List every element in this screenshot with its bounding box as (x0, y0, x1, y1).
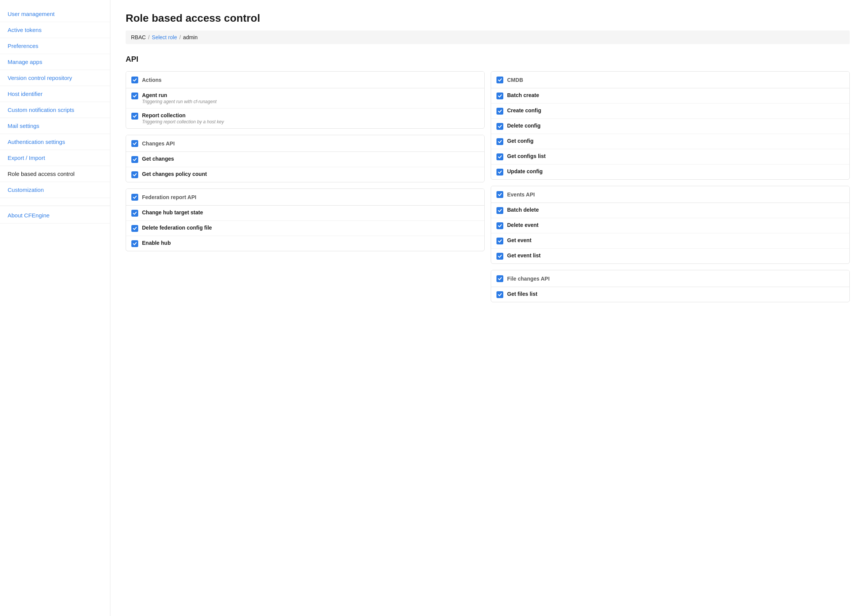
card-header-cmdb: CMDB (491, 72, 849, 88)
card-row-label-get-changes: Get changes (142, 156, 174, 162)
card-row-get-event-list: Get event list (491, 249, 849, 263)
checkbox[interactable] (131, 93, 138, 99)
sidebar-item-export-import[interactable]: Export / Import (0, 150, 110, 166)
checkbox[interactable] (496, 207, 503, 214)
sidebar-item-version-control[interactable]: Version control repository (0, 70, 110, 86)
checkbox[interactable] (496, 238, 503, 244)
card-header-file-changes-api: File changes API (491, 270, 849, 287)
card-header-label-actions: Actions (142, 77, 161, 83)
sidebar: User managementActive tokensPreferencesM… (0, 0, 110, 616)
card-header-label-federation-report-api: Federation report API (142, 194, 196, 200)
card-header-changes-api: Changes API (126, 135, 484, 152)
sidebar-item-customization[interactable]: Customization (0, 182, 110, 198)
card-row-get-files-list: Get files list (491, 287, 849, 302)
card-row-label-get-event-list: Get event list (507, 252, 541, 259)
checkbox[interactable] (496, 291, 503, 298)
card-row-text-agent-run: Agent runTriggering agent run with cf-ru… (142, 92, 217, 104)
card-row-sublabel-agent-run: Triggering agent run with cf-runagent (142, 99, 217, 104)
card-row-text-batch-create: Batch create (507, 92, 539, 98)
card-row-delete-federation-config-file: Delete federation config file (126, 221, 484, 236)
breadcrumb-admin: admin (183, 34, 198, 40)
card-row-get-changes: Get changes (126, 152, 484, 167)
card-row-label-get-changes-policy-count: Get changes policy count (142, 171, 207, 177)
card-row-label-get-configs-list: Get configs list (507, 153, 546, 159)
card-row-label-batch-delete: Batch delete (507, 207, 539, 213)
card-row-label-delete-event: Delete event (507, 222, 538, 228)
sidebar-item-host-identifier[interactable]: Host identifier (0, 86, 110, 102)
checkbox[interactable] (496, 123, 503, 130)
sidebar-item-rbac: Role based access control (0, 166, 110, 182)
card-row-text-get-changes: Get changes (142, 156, 174, 162)
checkbox[interactable] (496, 191, 503, 198)
checkbox[interactable] (496, 153, 503, 160)
card-row-text-change-hub-target-state: Change hub target state (142, 209, 203, 215)
left-column: Actions Agent runTriggering agent run wi… (126, 71, 485, 302)
sidebar-item-user-management[interactable]: User management (0, 6, 110, 22)
checkbox[interactable] (131, 194, 138, 201)
card-row-text-get-event: Get event (507, 237, 531, 243)
card-row-delete-config: Delete config (491, 119, 849, 134)
checkbox[interactable] (131, 156, 138, 163)
breadcrumb-rbac: RBAC (131, 34, 146, 40)
checkbox[interactable] (496, 108, 503, 115)
card-row-change-hub-target-state: Change hub target state (126, 206, 484, 221)
sidebar-item-mail-settings[interactable]: Mail settings (0, 118, 110, 134)
card-header-label-file-changes-api: File changes API (507, 276, 550, 282)
breadcrumb-select-role[interactable]: Select role (152, 34, 177, 40)
checkbox[interactable] (496, 138, 503, 145)
sidebar-item-active-tokens[interactable]: Active tokens (0, 22, 110, 38)
card-row-delete-event: Delete event (491, 218, 849, 233)
card-actions: Actions Agent runTriggering agent run wi… (126, 71, 485, 129)
card-row-report-collection: Report collectionTriggering report colle… (126, 109, 484, 128)
card-row-text-get-files-list: Get files list (507, 291, 537, 297)
checkbox[interactable] (131, 171, 138, 178)
card-row-text-get-event-list: Get event list (507, 252, 541, 259)
card-row-label-report-collection: Report collection (142, 112, 224, 118)
checkbox[interactable] (131, 210, 138, 217)
card-row-text-get-configs-list: Get configs list (507, 153, 546, 159)
card-header-label-events-api: Events API (507, 192, 535, 198)
sidebar-item-authentication-settings[interactable]: Authentication settings (0, 134, 110, 150)
permissions-grid: Actions Agent runTriggering agent run wi… (126, 71, 850, 302)
sidebar-item-manage-apps[interactable]: Manage apps (0, 54, 110, 70)
card-row-label-create-config: Create config (507, 107, 541, 113)
card-row-label-get-files-list: Get files list (507, 291, 537, 297)
card-row-sublabel-report-collection: Triggering report collection by a host k… (142, 119, 224, 124)
checkbox[interactable] (131, 225, 138, 232)
card-header-events-api: Events API (491, 186, 849, 203)
checkbox[interactable] (496, 253, 503, 260)
card-row-text-update-config: Update config (507, 168, 543, 174)
sidebar-about-section: About CFEngine (0, 206, 110, 223)
checkbox[interactable] (496, 169, 503, 176)
cards-container: Actions Agent runTriggering agent run wi… (126, 71, 850, 302)
checkbox[interactable] (131, 140, 138, 147)
card-row-text-delete-federation-config-file: Delete federation config file (142, 225, 212, 231)
card-row-update-config: Update config (491, 164, 849, 179)
card-cmdb: CMDB Batch create Create config Delete c… (491, 71, 850, 180)
card-row-get-config: Get config (491, 134, 849, 149)
card-row-label-batch-create: Batch create (507, 92, 539, 98)
sidebar-item-custom-notification[interactable]: Custom notification scripts (0, 102, 110, 118)
breadcrumb: RBAC / Select role / admin (126, 30, 850, 44)
checkbox[interactable] (131, 240, 138, 247)
sidebar-item-about-cfengine[interactable]: About CFEngine (0, 207, 110, 223)
breadcrumb-sep-2: / (179, 34, 181, 40)
card-row-label-delete-federation-config-file: Delete federation config file (142, 225, 212, 231)
card-row-get-configs-list: Get configs list (491, 149, 849, 164)
card-row-text-get-config: Get config (507, 138, 533, 144)
card-row-label-enable-hub: Enable hub (142, 240, 171, 246)
checkbox[interactable] (496, 275, 503, 282)
card-row-get-event: Get event (491, 233, 849, 249)
checkbox[interactable] (131, 77, 138, 83)
card-row-enable-hub: Enable hub (126, 236, 484, 251)
card-row-text-create-config: Create config (507, 107, 541, 113)
checkbox[interactable] (496, 77, 503, 83)
checkbox[interactable] (496, 93, 503, 99)
checkbox[interactable] (131, 113, 138, 120)
card-row-label-update-config: Update config (507, 168, 543, 174)
card-row-agent-run: Agent runTriggering agent run with cf-ru… (126, 88, 484, 109)
card-row-create-config: Create config (491, 104, 849, 119)
page-title: Role based access control (126, 12, 850, 24)
sidebar-item-preferences[interactable]: Preferences (0, 38, 110, 54)
checkbox[interactable] (496, 222, 503, 229)
